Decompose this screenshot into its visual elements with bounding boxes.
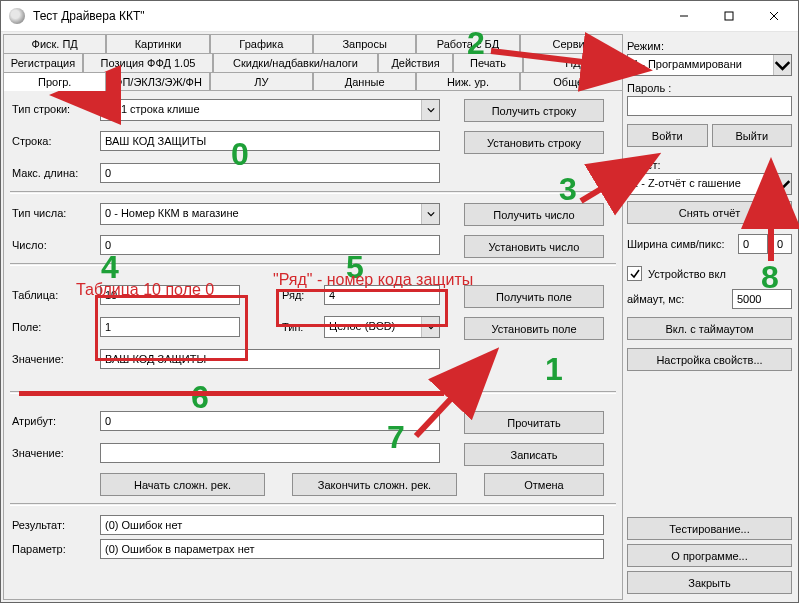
label-maks-dlina: Макс. длина: [12, 167, 78, 179]
tab-content-progr: Тип строки: 0 - 1 строка клише Получить … [3, 90, 623, 600]
checkmark-icon [627, 266, 642, 281]
checkbox-device-on[interactable]: Устройство вкл [627, 266, 726, 281]
combo-tip-chisla-value: 0 - Номер ККМ в магазине [101, 204, 421, 224]
label-parol: Пароль : [627, 82, 792, 94]
tab-registratsiya[interactable]: Регистрация [3, 53, 83, 72]
input-rezultat [100, 515, 604, 535]
label-znachenie1: Значение: [12, 353, 64, 365]
btn-vyiti[interactable]: Выйти [712, 124, 793, 147]
input-stroka[interactable] [100, 131, 440, 151]
btn-nachat-slozhn[interactable]: Начать сложн. рек. [100, 473, 265, 496]
tab-fp-eklz[interactable]: ФП/ЭКЛЗ/ЭЖ/ФН [106, 72, 209, 91]
btn-otmena[interactable]: Отмена [484, 473, 604, 496]
tab-servis[interactable]: Сервис [520, 34, 623, 53]
input-parol[interactable] [627, 96, 792, 116]
chevron-down-icon[interactable] [421, 100, 439, 120]
input-timeout[interactable] [732, 289, 792, 309]
label-tip-chisla: Тип числа: [12, 207, 66, 219]
tab-skidki[interactable]: Скидки/надбавки/налоги [213, 53, 378, 72]
tab-grafika[interactable]: Графика [210, 34, 313, 53]
tab-pechat[interactable]: Печать [453, 53, 523, 72]
label-znachenie2: Значение: [12, 447, 64, 459]
combo-tip-stroki[interactable]: 0 - 1 строка клише [100, 99, 440, 121]
btn-zakonchit-slozhn[interactable]: Закончить сложн. рек. [292, 473, 457, 496]
tab-obshchee[interactable]: Общее [520, 72, 623, 91]
label-rezultat: Результат: [12, 519, 65, 531]
label-tablitsa: Таблица: [12, 289, 58, 301]
btn-ustanovit-pole[interactable]: Установить поле [464, 317, 604, 340]
input-ryad[interactable] [324, 285, 440, 305]
label-tip-stroki: Тип строки: [12, 103, 70, 115]
btn-vkl-timeout[interactable]: Вкл. с таймаутом [627, 317, 792, 340]
input-shirina-piks[interactable] [772, 234, 792, 254]
input-chislo[interactable] [100, 235, 440, 255]
input-pole[interactable] [100, 317, 240, 337]
btn-zapisat[interactable]: Записать [464, 443, 604, 466]
chevron-down-icon[interactable] [421, 317, 439, 337]
combo-otchet-value: 1 - Z-отчёт с гашение [628, 174, 773, 194]
input-shirina-simv[interactable] [738, 234, 768, 254]
svg-rect-1 [725, 12, 733, 20]
checkbox-device-on-label: Устройство вкл [648, 268, 726, 280]
tab-progr[interactable]: Прогр. [3, 72, 106, 91]
btn-voiti[interactable]: Войти [627, 124, 708, 147]
label-rezhim: Режим: [627, 40, 792, 52]
chevron-down-icon[interactable] [773, 174, 791, 194]
combo-tip[interactable]: Целое (BCD) [324, 316, 440, 338]
tab-zaprosy[interactable]: Запросы [313, 34, 416, 53]
label-chislo: Число: [12, 239, 47, 251]
tab-kartinki[interactable]: Картинки [106, 34, 209, 53]
input-znachenie1[interactable] [100, 349, 440, 369]
tab-deistviya[interactable]: Действия [378, 53, 453, 72]
btn-testirovanie[interactable]: Тестирование... [627, 517, 792, 540]
btn-ustanovit-stroku[interactable]: Установить строку [464, 131, 604, 154]
label-atribut: Атрибут: [12, 415, 56, 427]
combo-tip-value: Целое (BCD) [325, 317, 421, 337]
label-timeout: аймаут, мс: [627, 293, 728, 305]
label-stroka: Строка: [12, 135, 51, 147]
input-tablitsa[interactable] [100, 285, 240, 305]
btn-prochitat[interactable]: Прочитать [464, 411, 604, 434]
minimize-button[interactable] [661, 2, 706, 30]
btn-poluchit-chislo[interactable]: Получить число [464, 203, 604, 226]
label-pole: Поле: [12, 321, 41, 333]
tab-nizh-ur[interactable]: Ниж. ур. [416, 72, 519, 91]
btn-snyat-otchet[interactable]: Снять отчёт [627, 201, 792, 224]
btn-poluchit-stroku[interactable]: Получить строку [464, 99, 604, 122]
btn-poluchit-pole[interactable]: Получить поле [464, 285, 604, 308]
label-shirina: Ширина симв/пикс: [627, 238, 734, 250]
tab-dannye[interactable]: Данные [313, 72, 416, 91]
tab-positsiya-ffd[interactable]: Позиция ФФД 1.05 [83, 53, 213, 72]
combo-otchet[interactable]: 1 - Z-отчёт с гашение [627, 173, 792, 195]
right-panel: Режим: 4 - Программировани Пароль : Войт… [625, 34, 796, 600]
app-icon [9, 8, 25, 24]
label-otchet: Отчёт: [627, 159, 792, 171]
tab-lu[interactable]: ЛУ [210, 72, 313, 91]
label-tip: Тип: [282, 321, 303, 333]
btn-nastroika-svoistv[interactable]: Настройка свойств... [627, 348, 792, 371]
chevron-down-icon[interactable] [773, 55, 791, 75]
btn-o-programme[interactable]: О программе... [627, 544, 792, 567]
tab-fisk-pd[interactable]: Фиск. ПД [3, 34, 106, 53]
label-parametr: Параметр: [12, 543, 66, 555]
label-ryad: Ряд: [282, 289, 304, 301]
input-znachenie2[interactable] [100, 443, 440, 463]
btn-zakryt[interactable]: Закрыть [627, 571, 792, 594]
btn-ustanovit-chislo[interactable]: Установить число [464, 235, 604, 258]
input-maks-dlina[interactable] [100, 163, 440, 183]
tab-pd[interactable]: ПД [523, 53, 623, 72]
input-atribut[interactable] [100, 411, 440, 431]
input-parametr [100, 539, 604, 559]
combo-rezhim-value: 4 - Программировани [628, 55, 773, 75]
tabstrip: Фиск. ПД Картинки Графика Запросы Работа… [3, 34, 623, 91]
combo-rezhim[interactable]: 4 - Программировани [627, 54, 792, 76]
combo-tip-stroki-value: 0 - 1 строка клише [101, 100, 421, 120]
tab-rabota-s-bd[interactable]: Работа с БД [416, 34, 519, 53]
maximize-button[interactable] [706, 2, 751, 30]
chevron-down-icon[interactable] [421, 204, 439, 224]
app-window: Тест Драйвера ККТ" Фиск. ПД Картинки Гра… [0, 0, 799, 603]
combo-tip-chisla[interactable]: 0 - Номер ККМ в магазине [100, 203, 440, 225]
close-button[interactable] [751, 2, 796, 30]
titlebar: Тест Драйвера ККТ" [1, 1, 798, 32]
window-title: Тест Драйвера ККТ" [33, 9, 661, 23]
